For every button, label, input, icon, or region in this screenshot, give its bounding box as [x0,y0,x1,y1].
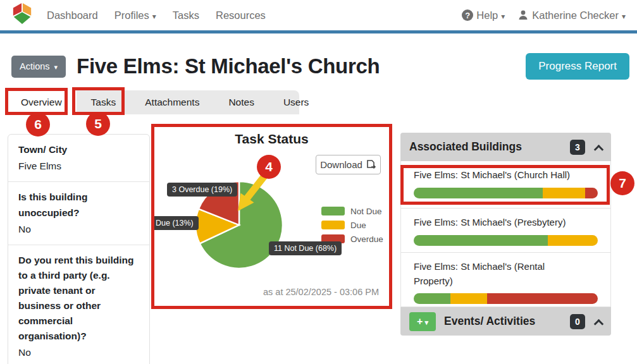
progress-segment [548,235,598,246]
tab-tasks[interactable]: Tasks [77,90,131,114]
tab-attachments[interactable]: Attachments [130,90,214,114]
chevron-down-icon [152,9,156,21]
help-label: Help [476,9,498,21]
progress-segment [487,293,598,304]
annotation-step-6: 6 [26,112,50,136]
chart-title: Task Status [154,131,389,147]
add-event-button[interactable]: + [409,312,436,331]
chevron-down-icon [501,9,505,21]
app-logo[interactable] [11,3,33,28]
person-icon [517,9,529,21]
building-row-presbytery[interactable]: Five Elms: St Michael's (Presbytery) [400,209,611,253]
panel-title: Associated Buildings [409,140,522,154]
user-menu[interactable]: Katherine Checker [517,9,626,21]
nav-profiles[interactable]: Profiles [114,9,156,21]
chevron-down-icon [622,9,626,21]
detail-answer: No [18,222,139,236]
download-button[interactable]: Download [316,155,381,174]
building-row-church-hall[interactable]: Five Elms: St Michael's (Church Hall) [400,161,611,209]
plus-icon: + [417,316,423,327]
progress-segment [414,235,548,246]
progress-bar [414,188,598,198]
export-icon [366,160,376,170]
building-row-rental-property[interactable]: Five Elms: St Michael's (Rental Property… [400,253,611,307]
cube-logo-icon [11,3,33,25]
page-title: Five Elms: St Michael's Church [77,54,380,78]
detail-answer: Five Elms [18,159,139,173]
progress-segment [414,293,450,304]
legend-label: Overdue [350,234,383,244]
progress-segment [414,188,543,198]
top-navbar: Dashboard Profiles Tasks Resources Help … [0,0,637,30]
detail-item-town: Town/ City Five Elms [8,135,149,182]
actions-button[interactable]: Actions [11,56,66,78]
panel-title: Events/ Activities [444,315,535,328]
legend-label: Not Due [350,207,382,216]
nav-profiles-label: Profiles [114,9,149,21]
detail-question: Do you rent this building to a third par… [18,253,139,344]
chart-timestamp: as at 25/02/2025 - 03:06 PM [263,287,379,297]
detail-item-unoccupied: Is this building unoccupied? No [8,182,149,245]
legend-label: Due [350,221,366,230]
associated-buildings-header[interactable]: Associated Buildings 3 [400,133,611,161]
profile-tabs: Overview Tasks Attachments Notes Users [6,90,299,114]
detail-item-rent: Do you rent this building to a third par… [8,245,149,364]
legend-item-not-due: Not Due [321,207,383,215]
legend-swatch-yellow [321,221,345,229]
help-icon [462,9,473,21]
download-label: Download [320,159,362,170]
navbar-accent-bar [0,30,637,33]
progress-segment [543,188,585,198]
tab-overview[interactable]: Overview [6,90,77,114]
actions-label: Actions [20,61,50,71]
detail-answer: No [18,346,139,360]
progress-segment [450,293,487,304]
chevron-down-icon [424,316,428,327]
pie-label-overdue: 3 Overdue (19%) [167,183,237,197]
annotation-step-5: 5 [86,112,110,136]
main-nav: Dashboard Profiles Tasks Resources [47,9,266,21]
pie-label-due: Due (13%) [151,216,199,230]
building-link[interactable]: Five Elms: St Michael's (Presbytery) [414,215,598,230]
tab-users[interactable]: Users [269,90,323,114]
progress-bar [414,235,598,246]
count-badge: 3 [570,140,585,155]
progress-segment [585,188,598,198]
progress-report-button[interactable]: Progress Report [526,53,629,80]
legend-swatch-green [321,207,345,215]
task-status-card: Task Status Download 3 Overdue (19%) Due… [151,124,392,309]
legend-item-due: Due [321,221,383,229]
detail-question: Town/ City [18,142,139,157]
app-root: Dashboard Profiles Tasks Resources Help … [0,0,637,364]
building-details-panel: Town/ City Five Elms Is this building un… [8,134,150,364]
nav-dashboard[interactable]: Dashboard [47,9,98,21]
chevron-down-icon [54,61,58,71]
user-name-label: Katherine Checker [532,9,619,21]
page-header: Actions Five Elms: St Michael's Church P… [11,51,629,82]
progress-bar [414,293,598,304]
annotation-step-7: 7 [610,171,634,195]
building-link[interactable]: Five Elms: St Michael's (Rental Property… [414,260,566,288]
events-activities-header[interactable]: + Events/ Activities 0 [400,307,611,336]
nav-tasks[interactable]: Tasks [173,9,199,21]
help-menu[interactable]: Help [462,9,505,21]
nav-resources[interactable]: Resources [216,9,266,21]
chevron-up-icon[interactable] [594,145,604,155]
tab-notes[interactable]: Notes [214,90,269,114]
pie-label-not-due: 11 Not Due (68%) [269,241,342,255]
building-link[interactable]: Five Elms: St Michael's (Church Hall) [414,168,598,183]
chevron-up-icon[interactable] [594,319,604,329]
detail-question: Is this building unoccupied? [18,190,139,220]
associated-buildings-panel: Associated Buildings 3 Five Elms: St Mic… [400,133,611,336]
count-badge: 0 [570,314,585,329]
